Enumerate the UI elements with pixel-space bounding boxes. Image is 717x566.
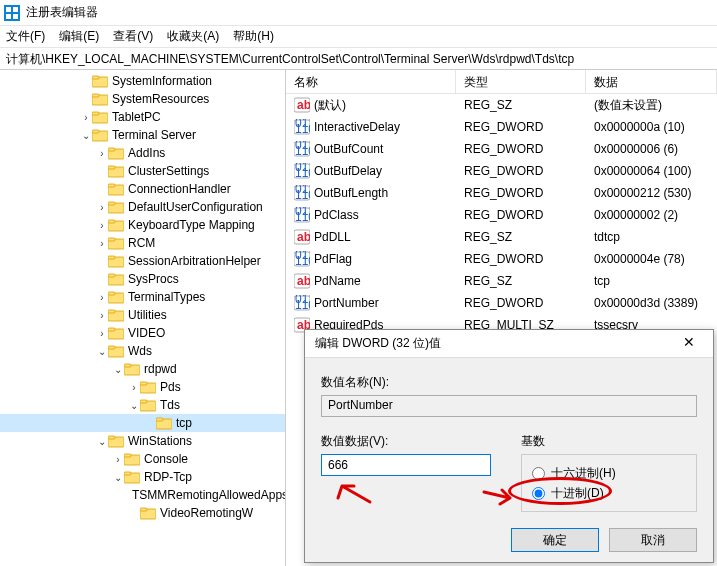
tree-node[interactable]: ClusterSettings (0, 162, 285, 180)
reg-binary-icon (294, 163, 310, 179)
tree-node[interactable]: ›VIDEO (0, 324, 285, 342)
tree-node[interactable]: ›Pds (0, 378, 285, 396)
folder-icon (140, 380, 156, 394)
value-data-input[interactable] (321, 454, 491, 476)
value-data: tcp (586, 274, 717, 288)
tree-node[interactable]: ›Utilities (0, 306, 285, 324)
tree-node[interactable]: ›RCM (0, 234, 285, 252)
chevron-down-icon[interactable]: ⌄ (96, 436, 108, 447)
value-row[interactable]: PdNameREG_SZtcp (286, 270, 717, 292)
chevron-right-icon[interactable]: › (96, 310, 108, 321)
tree-node-label: TabletPC (112, 110, 161, 124)
value-data: 0x0000000a (10) (586, 120, 717, 134)
menu-edit[interactable]: 编辑(E) (59, 28, 99, 45)
tree-node[interactable]: ›AddIns (0, 144, 285, 162)
tree-node[interactable]: ⌄Wds (0, 342, 285, 360)
tree-node[interactable]: SysProcs (0, 270, 285, 288)
tree-node[interactable]: ⌄Terminal Server (0, 126, 285, 144)
radio-dec-input[interactable] (532, 487, 545, 500)
ok-button[interactable]: 确定 (511, 528, 599, 552)
chevron-right-icon[interactable]: › (80, 112, 92, 123)
folder-icon (124, 470, 140, 484)
menu-file[interactable]: 文件(F) (6, 28, 45, 45)
titlebar: 注册表编辑器 (0, 0, 717, 26)
close-icon[interactable]: ✕ (675, 334, 703, 354)
tree-node-label: Wds (128, 344, 152, 358)
chevron-right-icon[interactable]: › (96, 292, 108, 303)
tree-node-label: AddIns (128, 146, 165, 160)
tree-node[interactable]: ›TabletPC (0, 108, 285, 126)
folder-icon (140, 398, 156, 412)
value-row[interactable]: PdFlagREG_DWORD0x0000004e (78) (286, 248, 717, 270)
value-row[interactable]: InteractiveDelayREG_DWORD0x0000000a (10) (286, 116, 717, 138)
tree-node-label: SystemResources (112, 92, 209, 106)
col-type[interactable]: 类型 (456, 70, 586, 93)
cancel-button[interactable]: 取消 (609, 528, 697, 552)
value-row[interactable]: PortNumberREG_DWORD0x00000d3d (3389) (286, 292, 717, 314)
folder-icon (92, 74, 108, 88)
window-title: 注册表编辑器 (26, 4, 98, 21)
tree-node[interactable]: ⌄Tds (0, 396, 285, 414)
chevron-right-icon[interactable]: › (128, 382, 140, 393)
menu-help[interactable]: 帮助(H) (233, 28, 274, 45)
value-type: REG_DWORD (456, 296, 586, 310)
chevron-right-icon[interactable]: › (96, 328, 108, 339)
tree-node[interactable]: TSMMRemotingAllowedApps (0, 486, 285, 504)
chevron-down-icon[interactable]: ⌄ (128, 400, 140, 411)
chevron-right-icon[interactable]: › (96, 238, 108, 249)
chevron-right-icon[interactable]: › (96, 202, 108, 213)
tree-node[interactable]: ›TerminalTypes (0, 288, 285, 306)
name-field: PortNumber (321, 395, 697, 417)
chevron-right-icon[interactable]: › (96, 148, 108, 159)
details-header: 名称 类型 数据 (286, 70, 717, 94)
radio-hex[interactable]: 十六进制(H) (532, 463, 686, 483)
folder-icon (108, 218, 124, 232)
tree-node[interactable]: ›Console (0, 450, 285, 468)
folder-icon (108, 434, 124, 448)
value-type: REG_DWORD (456, 208, 586, 222)
folder-icon (156, 416, 172, 430)
tree-view[interactable]: SystemInformationSystemResources›TabletP… (0, 70, 286, 566)
value-row[interactable]: OutBufDelayREG_DWORD0x00000064 (100) (286, 160, 717, 182)
value-row[interactable]: PdClassREG_DWORD0x00000002 (2) (286, 204, 717, 226)
tree-node[interactable]: tcp (0, 414, 285, 432)
tree-node[interactable]: ›KeyboardType Mapping (0, 216, 285, 234)
base-group: 十六进制(H) 十进制(D) (521, 454, 697, 512)
value-row[interactable]: (默认)REG_SZ(数值未设置) (286, 94, 717, 116)
value-name: OutBufDelay (314, 164, 382, 178)
tree-node-label: ConnectionHandler (128, 182, 231, 196)
value-name: PdClass (314, 208, 359, 222)
chevron-right-icon[interactable]: › (96, 220, 108, 231)
chevron-down-icon[interactable]: ⌄ (112, 364, 124, 375)
value-row[interactable]: PdDLLREG_SZtdtcp (286, 226, 717, 248)
tree-node[interactable]: SessionArbitrationHelper (0, 252, 285, 270)
address-bar[interactable]: 计算机\HKEY_LOCAL_MACHINE\SYSTEM\CurrentCon… (0, 48, 717, 70)
radio-dec[interactable]: 十进制(D) (532, 483, 686, 503)
tree-node-label: DefaultUserConfiguration (128, 200, 263, 214)
tree-node-label: RCM (128, 236, 155, 250)
tree-node-label: ClusterSettings (128, 164, 209, 178)
tree-node[interactable]: SystemResources (0, 90, 285, 108)
tree-node-label: Console (144, 452, 188, 466)
tree-node[interactable]: VideoRemotingW (0, 504, 285, 522)
menu-view[interactable]: 查看(V) (113, 28, 153, 45)
value-type: REG_DWORD (456, 252, 586, 266)
tree-node[interactable]: ⌄WinStations (0, 432, 285, 450)
col-data[interactable]: 数据 (586, 70, 717, 93)
menu-favorites[interactable]: 收藏夹(A) (167, 28, 219, 45)
tree-node[interactable]: ConnectionHandler (0, 180, 285, 198)
chevron-down-icon[interactable]: ⌄ (80, 130, 92, 141)
tree-node[interactable]: SystemInformation (0, 72, 285, 90)
chevron-down-icon[interactable]: ⌄ (96, 346, 108, 357)
chevron-down-icon[interactable]: ⌄ (112, 472, 124, 483)
chevron-right-icon[interactable]: › (112, 454, 124, 465)
radio-hex-input[interactable] (532, 467, 545, 480)
tree-node[interactable]: ⌄RDP-Tcp (0, 468, 285, 486)
col-name[interactable]: 名称 (286, 70, 456, 93)
value-data: 0x00000d3d (3389) (586, 296, 717, 310)
value-data: 0x0000004e (78) (586, 252, 717, 266)
tree-node[interactable]: ›DefaultUserConfiguration (0, 198, 285, 216)
value-row[interactable]: OutBufLengthREG_DWORD0x00000212 (530) (286, 182, 717, 204)
value-row[interactable]: OutBufCountREG_DWORD0x00000006 (6) (286, 138, 717, 160)
tree-node[interactable]: ⌄rdpwd (0, 360, 285, 378)
